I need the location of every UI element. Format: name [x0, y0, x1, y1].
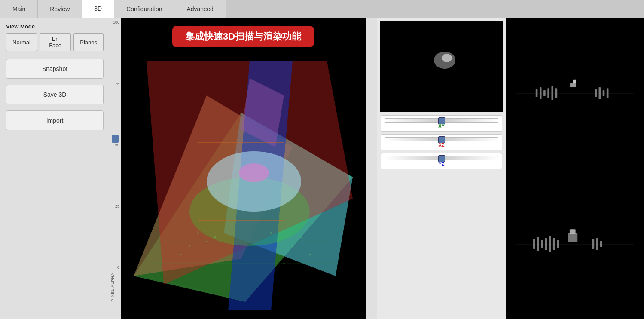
- normal-button[interactable]: Normal: [6, 33, 37, 51]
- tab-configuration[interactable]: Configuration: [114, 0, 174, 18]
- alpha-label: PIXEL ALPHA: [110, 273, 115, 302]
- xy-slider-track[interactable]: [385, 118, 498, 123]
- tick-0: 0: [117, 265, 119, 270]
- svg-rect-29: [536, 89, 538, 97]
- xz-slider-track[interactable]: [385, 137, 498, 141]
- far-right-column: [506, 18, 644, 319]
- svg-point-12: [189, 245, 190, 247]
- svg-rect-50: [592, 239, 595, 249]
- svg-rect-54: [570, 229, 576, 234]
- tab-bar: Main Review 3D Configuration Advanced: [0, 0, 644, 18]
- svg-rect-45: [541, 240, 543, 248]
- svg-rect-46: [545, 238, 547, 250]
- svg-rect-33: [551, 86, 553, 100]
- tick-50: 50: [115, 143, 119, 147]
- xy-slider-thumb[interactable]: [438, 117, 445, 124]
- tab-3d[interactable]: 3D: [82, 0, 114, 18]
- sliders-column: XY XZ YZ: [377, 18, 506, 319]
- view-mode-label: View Mode: [6, 23, 104, 30]
- svg-rect-36: [599, 87, 601, 99]
- svg-rect-53: [568, 233, 577, 242]
- bottom-right-view[interactable]: [506, 169, 644, 319]
- yz-slider-item: YZ: [381, 153, 502, 169]
- tick-25: 25: [115, 204, 119, 209]
- svg-rect-51: [596, 238, 598, 250]
- svg-rect-31: [543, 90, 546, 96]
- svg-rect-52: [600, 241, 602, 247]
- top-small-view[interactable]: [380, 21, 503, 112]
- snapshot-button[interactable]: Snapshot: [6, 59, 104, 79]
- svg-point-15: [292, 245, 293, 247]
- tab-main[interactable]: Main: [0, 0, 38, 18]
- svg-rect-44: [537, 237, 539, 251]
- planes-button[interactable]: Planes: [73, 33, 104, 51]
- alpha-ruler: 100 75 50 25 0: [111, 22, 119, 267]
- svg-point-17: [309, 254, 311, 255]
- svg-point-14: [180, 254, 182, 255]
- xy-slider-item: XY: [381, 115, 502, 132]
- tick-75: 75: [115, 82, 119, 86]
- svg-rect-37: [603, 90, 605, 96]
- svg-rect-49: [557, 240, 559, 248]
- svg-point-19: [270, 232, 272, 234]
- en-face-button[interactable]: En Face: [40, 33, 71, 51]
- svg-rect-48: [553, 238, 555, 250]
- svg-rect-39: [570, 83, 576, 87]
- svg-point-10: [197, 232, 199, 234]
- right-panel: XY XZ YZ: [377, 18, 644, 319]
- tick-100: 100: [113, 20, 119, 25]
- svg-rect-34: [555, 88, 558, 98]
- svg-rect-43: [533, 239, 535, 249]
- svg-point-13: [214, 236, 216, 238]
- tab-advanced[interactable]: Advanced: [174, 0, 226, 18]
- alpha-column: 100 75 50 25 0 PIXEL ALPHA: [110, 18, 121, 319]
- import-button[interactable]: Import: [6, 110, 104, 130]
- 3d-scene: [121, 18, 366, 319]
- main-area: View Mode Normal En Face Planes Snapshot…: [0, 18, 644, 319]
- tab-review[interactable]: Review: [38, 0, 82, 18]
- svg-point-16: [301, 237, 302, 238]
- svg-rect-30: [540, 87, 542, 99]
- svg-rect-40: [573, 80, 576, 83]
- yz-slider-thumb[interactable]: [438, 155, 445, 162]
- slider-group: XY XZ YZ: [377, 113, 506, 173]
- xz-slider-item: XZ: [381, 134, 502, 150]
- view-mode-buttons: Normal En Face Planes: [6, 33, 104, 51]
- svg-point-9: [239, 163, 269, 182]
- alpha-handle[interactable]: [112, 135, 119, 143]
- svg-point-26: [442, 54, 452, 62]
- svg-rect-47: [549, 236, 551, 252]
- svg-rect-32: [547, 88, 549, 98]
- svg-rect-35: [595, 89, 597, 97]
- svg-rect-38: [607, 88, 609, 98]
- xz-slider-thumb[interactable]: [438, 136, 445, 143]
- viewport-3d[interactable]: 集成快速3D扫描与渲染功能: [121, 18, 366, 319]
- yz-slider-track[interactable]: [385, 156, 498, 160]
- top-right-view[interactable]: [506, 18, 644, 169]
- left-panel: View Mode Normal En Face Planes Snapshot…: [0, 18, 110, 319]
- center-area: 100 75 50 25 0 PIXEL ALPHA 集成快速3D扫描与渲染功能: [110, 18, 377, 319]
- save-3d-button[interactable]: Save 3D: [6, 85, 104, 104]
- banner-text: 集成快速3D扫描与渲染功能: [172, 26, 314, 47]
